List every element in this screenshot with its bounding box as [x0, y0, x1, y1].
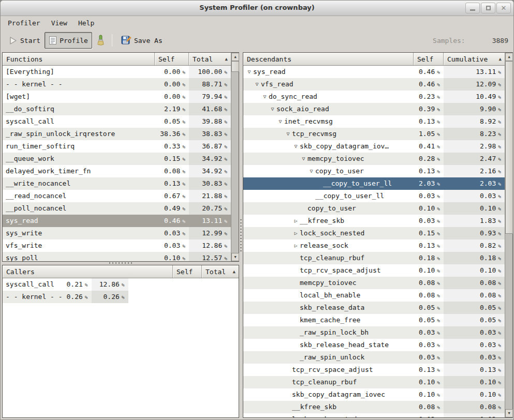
tree-row[interactable]: local_bh_enable0.08%0.08% [243, 289, 505, 302]
menu-help[interactable]: Help [77, 18, 95, 28]
menu-profiler[interactable]: Profiler [7, 18, 41, 28]
tree-row[interactable]: tcp_rcv_space_adjust0.10%0.10% [243, 264, 505, 277]
tree-row[interactable]: _raw_spin_lock_bh0.03%0.03% [243, 326, 505, 339]
function-name-label: skb_copy_datagram_iov… [300, 140, 389, 153]
tree-row[interactable]: ▽sock_aio_read0.39%9.90% [243, 103, 505, 115]
expander-collapsed-icon[interactable]: ▷ [292, 227, 300, 239]
function-name-label: sock_aio_read [276, 103, 329, 115]
table-row[interactable]: [wget]0.00%79.94% [3, 91, 231, 103]
maximize-button[interactable] [481, 3, 495, 13]
tree-row[interactable]: skb_release_data0.05%0.05% [243, 302, 505, 314]
column-header-self[interactable]: Self [173, 265, 202, 278]
column-header-callers[interactable]: Callers [3, 265, 173, 278]
column-header-descendants[interactable]: Descendants [243, 53, 414, 65]
tree-row[interactable]: __copy_to_user_ll0.03%0.03% [243, 190, 505, 202]
vertical-pane-grip[interactable] [239, 52, 243, 418]
cell-function-name: ▽copy_to_user [243, 165, 414, 177]
table-row[interactable]: sys_write0.03%12.99% [3, 227, 231, 239]
reset-button[interactable] [92, 32, 109, 49]
scroll-down-button[interactable]: ▼ [505, 409, 513, 417]
tree-row[interactable]: ▽skb_copy_datagram_iov…0.41%2.98% [243, 140, 505, 153]
tree-row[interactable]: skb_release_head_state0.03%0.03% [243, 339, 505, 351]
scroll-thumb[interactable] [505, 61, 513, 234]
menu-view[interactable]: View [50, 18, 68, 28]
table-row[interactable]: __queue_work0.15%34.92% [3, 153, 231, 165]
table-row[interactable]: - - kernel - -0.00%88.71% [3, 78, 231, 91]
column-header-self[interactable]: Self [414, 53, 444, 65]
tree-row[interactable]: lock_sock_nested0.03%0.03% [243, 413, 505, 417]
table-row[interactable]: sys_poll0.10%12.57% [3, 252, 231, 261]
tree-row[interactable]: ▽sys_read0.46%13.11% [243, 66, 505, 78]
table-row[interactable]: delayed_work_timer_fn0.08%34.92% [3, 165, 231, 177]
descendants-scrollbar[interactable]: ▲ ▼ [505, 53, 512, 417]
percent-sign: % [435, 380, 440, 385]
column-header-functions[interactable]: Functions [3, 53, 155, 65]
minimize-button[interactable] [465, 3, 480, 13]
table-row[interactable]: syscall_call0.05%39.88% [3, 115, 231, 128]
scroll-thumb[interactable] [231, 61, 239, 72]
tree-row[interactable]: tcp_rcv_space_adjust0.13%0.13% [243, 364, 505, 376]
column-header-total[interactable]: Total ▲ [202, 265, 239, 278]
tree-row[interactable]: ▽inet_recvmsg0.13%8.92% [243, 115, 505, 128]
percent-sign: % [180, 206, 185, 212]
table-row[interactable]: sys_read0.46%13.11% [3, 215, 231, 227]
profile-toggle-button[interactable]: Profile [45, 32, 92, 49]
tree-row[interactable]: ▷lock_sock_nested0.15%0.93% [243, 227, 505, 239]
percent-sign: % [435, 305, 440, 311]
tree-row[interactable]: ▽vfs_read0.46%12.09% [243, 78, 505, 91]
sort-ascending-icon: ▲ [221, 56, 228, 62]
tree-row[interactable]: ▽do_sync_read0.23%10.49% [243, 91, 505, 103]
titlebar[interactable]: System Profiler (on crownbay) ✕ [1, 1, 513, 16]
table-row[interactable]: __write_nocancel0.13%30.83% [3, 177, 231, 190]
table-row[interactable]: __do_softirq2.19%41.68% [3, 103, 231, 115]
table-row[interactable]: [Everything]0.00%100.00% [3, 66, 231, 78]
horizontal-pane-grip[interactable] [2, 261, 239, 265]
tree-row[interactable]: kmem_cache_free0.05%0.05% [243, 314, 505, 326]
tree-row[interactable]: tcp_cleanup_rbuf0.18%0.18% [243, 252, 505, 264]
tree-row[interactable]: tcp_cleanup_rbuf0.10%0.10% [243, 376, 505, 388]
expander-open-icon[interactable]: ▽ [269, 103, 276, 115]
scroll-up-button[interactable]: ▲ [231, 53, 239, 61]
tree-row[interactable]: ▷__kfree_skb0.03%1.83% [243, 215, 505, 227]
tree-row[interactable]: __copy_to_user_ll2.03%2.03% [243, 177, 505, 190]
column-header-self[interactable]: Self [155, 53, 189, 65]
cell-sorted-value: 100.00% [189, 66, 231, 78]
cell-sorted-value: 0.10% [444, 202, 505, 215]
close-button[interactable]: ✕ [496, 3, 511, 13]
expander-open-icon[interactable]: ▽ [292, 140, 300, 153]
tree-row[interactable]: copy_to_user0.10%0.10% [243, 202, 505, 215]
tree-row[interactable]: ▷release_sock0.13%0.82% [243, 239, 505, 252]
expander-open-icon[interactable]: ▽ [276, 115, 284, 128]
expander-open-icon[interactable]: ▽ [253, 78, 261, 91]
tree-row[interactable]: memcpy_toiovec0.08%0.08% [243, 277, 505, 289]
table-row[interactable]: __poll_nocancel0.49%20.75% [3, 202, 231, 215]
tree-row[interactable]: _raw_spin_unlock0.03%0.03% [243, 351, 505, 364]
tree-row[interactable]: ▽tcp_recvmsg1.05%8.23% [243, 128, 505, 140]
table-row[interactable]: vfs_write0.03%12.86% [3, 239, 231, 252]
table-row[interactable]: run_timer_softirq0.33%36.87% [3, 140, 231, 153]
tree-row[interactable]: ▽memcpy_toiovec0.28%2.47% [243, 153, 505, 165]
functions-scrollbar[interactable]: ▲ ▼ [231, 53, 239, 261]
table-row[interactable]: - - kernel - -0.26%0.26% [3, 291, 128, 303]
toolbar: Start Profile [1, 30, 513, 51]
table-row[interactable]: __read_nocancel0.67%21.88% [3, 190, 231, 202]
expander-open-icon[interactable]: ▽ [284, 128, 292, 140]
expander-open-icon[interactable]: ▽ [245, 66, 253, 78]
table-row[interactable]: _raw_spin_unlock_irqrestore38.36%38.83% [3, 128, 231, 140]
expander-collapsed-icon[interactable]: ▷ [292, 239, 300, 252]
scroll-down-button[interactable]: ▼ [231, 253, 239, 261]
column-header-cumulative[interactable]: Cumulative ▲ [444, 53, 505, 65]
scroll-up-button[interactable]: ▲ [505, 53, 513, 61]
cell-self-value: 0.67% [155, 190, 189, 202]
expander-open-icon[interactable]: ▽ [307, 165, 315, 177]
column-header-total[interactable]: Total ▲ [189, 53, 231, 65]
expander-collapsed-icon[interactable]: ▷ [292, 215, 300, 227]
start-button[interactable]: Start [5, 32, 45, 49]
expander-open-icon[interactable]: ▽ [300, 153, 307, 165]
tree-row[interactable]: __kfree_skb0.08%0.08% [243, 401, 505, 413]
tree-row[interactable]: ▽copy_to_user0.13%2.16% [243, 165, 505, 177]
table-row[interactable]: syscall_call0.21%12.86% [3, 278, 128, 291]
save-as-button[interactable]: Save As [117, 32, 167, 49]
expander-open-icon[interactable]: ▽ [261, 91, 269, 103]
tree-row[interactable]: skb_copy_datagram_iovec0.10%0.10% [243, 388, 505, 401]
